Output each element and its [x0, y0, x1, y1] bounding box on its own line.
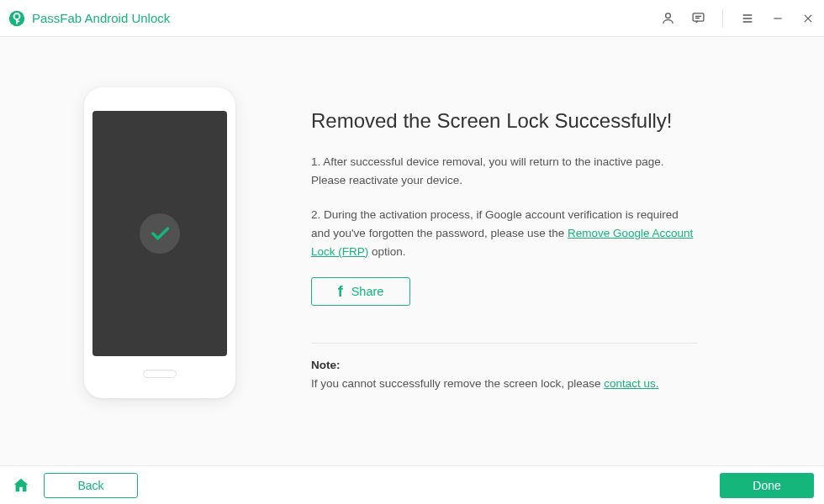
note-prefix: If you cannot successfully remove the sc…: [311, 377, 604, 390]
main-content: Removed the Screen Lock Successfully! 1.…: [0, 37, 824, 465]
back-button[interactable]: Back: [44, 473, 138, 498]
text-panel: Removed the Screen Lock Successfully! 1.…: [311, 109, 698, 393]
app-title: PassFab Android Unlock: [32, 11, 660, 25]
user-icon[interactable]: [660, 11, 675, 26]
phone-illustration: [84, 87, 261, 415]
success-heading: Removed the Screen Lock Successfully!: [311, 109, 698, 133]
note-label: Note:: [311, 359, 698, 371]
done-button[interactable]: Done: [720, 473, 814, 498]
share-label: Share: [351, 285, 384, 298]
svg-rect-3: [693, 13, 704, 21]
phone-screen: [92, 111, 227, 356]
phone-body: [84, 87, 235, 398]
footer-bar: Back Done: [0, 465, 824, 504]
instruction-1: 1. After successful device removal, you …: [311, 153, 698, 189]
minimize-icon[interactable]: [770, 11, 785, 26]
titlebar-divider: [722, 9, 723, 28]
contact-link[interactable]: contact us.: [604, 377, 658, 390]
instruction-2: 2. During the activation process, if Goo…: [311, 206, 698, 260]
checkmark-icon: [140, 213, 180, 254]
svg-point-2: [665, 13, 670, 18]
share-button[interactable]: f Share: [311, 277, 410, 306]
title-bar: PassFab Android Unlock: [0, 0, 824, 37]
phone-home-button: [143, 370, 177, 378]
divider: [311, 343, 698, 344]
note-text: If you cannot successfully remove the sc…: [311, 375, 698, 393]
app-logo-icon: [8, 10, 25, 27]
feedback-icon[interactable]: [690, 11, 705, 26]
menu-icon[interactable]: [740, 11, 755, 26]
close-icon[interactable]: [800, 11, 816, 26]
instruction-2-suffix: option.: [368, 245, 405, 258]
facebook-icon: f: [338, 283, 343, 301]
home-icon[interactable]: [10, 475, 32, 496]
